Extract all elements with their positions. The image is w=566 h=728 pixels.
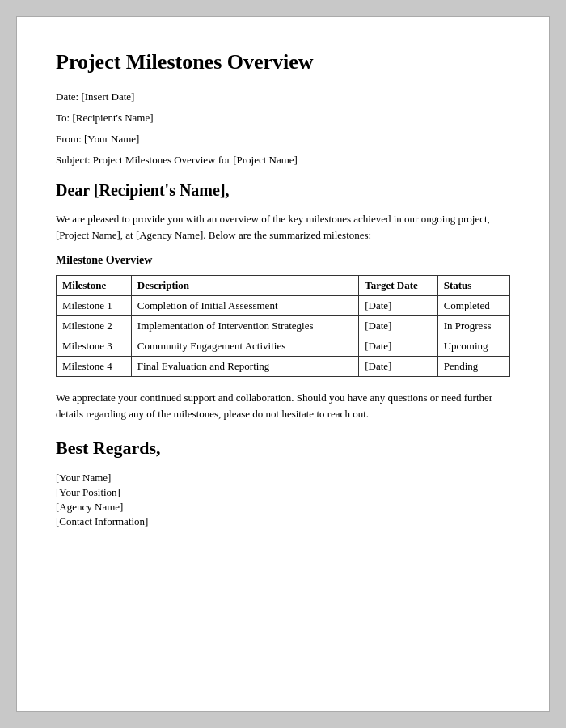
table-cell: Upcoming: [437, 336, 509, 357]
table-cell: [Date]: [359, 336, 437, 357]
table-cell: Completion of Initial Assessment: [131, 296, 358, 316]
table-cell: [Date]: [359, 296, 437, 316]
sig-agency: [Agency Name]: [56, 501, 510, 514]
document-page: Project Milestones Overview Date: [Inser…: [16, 16, 550, 712]
table-cell: Milestone 2: [57, 316, 132, 336]
salutation: Dear [Recipient's Name],: [56, 181, 510, 200]
table-row: Milestone 1Completion of Initial Assessm…: [57, 296, 510, 316]
table-cell: In Progress: [437, 316, 509, 336]
table-cell: Final Evaluation and Reporting: [131, 357, 358, 377]
meta-subject: Subject: Project Milestones Overview for…: [56, 154, 510, 167]
col-header-target-date: Target Date: [359, 276, 437, 296]
col-header-description: Description: [131, 276, 358, 296]
table-cell: Completed: [437, 296, 509, 316]
sig-position: [Your Position]: [56, 486, 510, 499]
meta-from: From: [Your Name]: [56, 133, 510, 146]
page-title: Project Milestones Overview: [56, 49, 510, 74]
milestone-table: Milestone Description Target Date Status…: [56, 275, 510, 377]
table-cell: Implementation of Intervention Strategie…: [131, 316, 358, 336]
table-row: Milestone 2Implementation of Interventio…: [57, 316, 510, 336]
table-row: Milestone 4Final Evaluation and Reportin…: [57, 357, 510, 377]
meta-to: To: [Recipient's Name]: [56, 112, 510, 125]
table-cell: [Date]: [359, 357, 437, 377]
table-cell: [Date]: [359, 316, 437, 336]
table-cell: Milestone 4: [57, 357, 132, 377]
table-cell: Community Engagement Activities: [131, 336, 358, 357]
col-header-status: Status: [437, 276, 509, 296]
table-cell: Pending: [437, 357, 509, 377]
milestone-section-heading: Milestone Overview: [56, 254, 510, 267]
closing-text: We appreciate your continued support and…: [56, 390, 510, 421]
table-cell: Milestone 3: [57, 336, 132, 357]
sig-contact: [Contact Information]: [56, 515, 510, 528]
closing-heading: Best Regards,: [56, 438, 510, 459]
intro-text: We are pleased to provide you with an ov…: [56, 211, 510, 243]
table-cell: Milestone 1: [57, 296, 132, 316]
sig-name: [Your Name]: [56, 472, 510, 485]
meta-date: Date: [Insert Date]: [56, 91, 510, 104]
col-header-milestone: Milestone: [57, 276, 132, 296]
table-row: Milestone 3Community Engagement Activiti…: [57, 336, 510, 357]
